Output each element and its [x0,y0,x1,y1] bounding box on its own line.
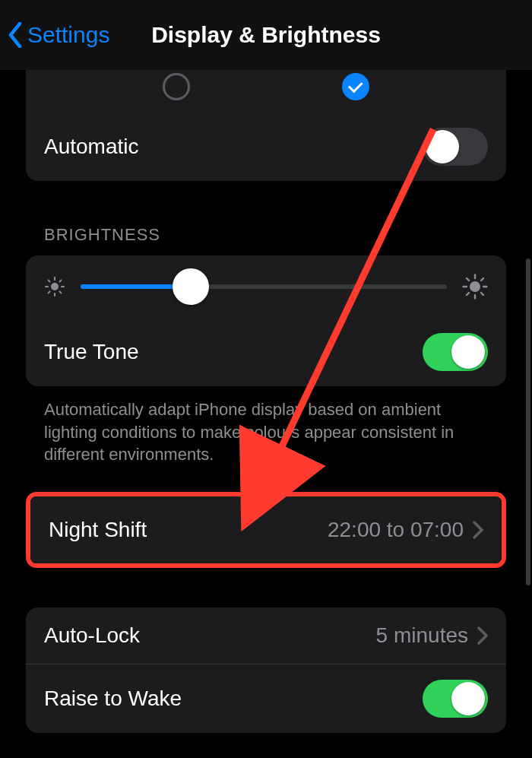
svg-line-6 [59,291,61,293]
svg-point-9 [470,281,480,292]
chevron-right-icon [473,521,483,539]
auto-lock-detail: 5 minutes [376,623,468,648]
brightness-slider[interactable] [81,284,447,289]
navbar: Settings Display & Brightness [0,0,532,70]
svg-line-7 [49,291,50,293]
chevron-right-icon [477,626,488,645]
svg-line-16 [467,293,469,295]
svg-point-0 [51,283,59,290]
svg-line-17 [481,278,483,281]
night-shift-highlight: Night Shift 22:00 to 07:00 [26,492,506,568]
auto-lock-label: Auto-Lock [44,623,140,648]
raise-to-wake-label: Raise to Wake [44,687,182,711]
scrollbar[interactable] [526,258,530,585]
automatic-toggle[interactable] [423,128,488,166]
brightness-thumb[interactable] [173,268,209,305]
brightness-header: BRIGHTNESS [26,181,506,255]
appearance-light-radio[interactable] [163,73,190,100]
page-title: Display & Brightness [151,22,381,48]
lock-group: Auto-Lock 5 minutes Raise to Wake [26,607,506,733]
svg-line-15 [481,293,483,295]
brightness-slider-row [26,255,506,318]
brightness-group: True Tone [26,255,506,386]
svg-line-14 [467,278,469,281]
back-button[interactable]: Settings [8,22,109,48]
night-shift-row[interactable]: Night Shift 22:00 to 07:00 [30,496,502,563]
raise-to-wake-toggle[interactable] [423,680,488,718]
brightness-low-icon [44,276,65,297]
night-shift-detail: 22:00 to 07:00 [328,518,464,542]
brightness-high-icon [462,274,488,300]
chevron-left-icon [8,22,23,48]
back-label: Settings [27,22,109,48]
automatic-label: Automatic [44,135,139,159]
appearance-group: Automatic [26,70,506,181]
svg-line-8 [59,281,61,282]
night-shift-label: Night Shift [49,518,147,542]
auto-lock-row[interactable]: Auto-Lock 5 minutes [26,607,506,664]
true-tone-footer: Automatically adapt iPhone display based… [26,386,506,466]
svg-line-5 [49,281,50,282]
raise-to-wake-row: Raise to Wake [26,664,506,733]
true-tone-label: True Tone [44,340,139,364]
appearance-dark-radio[interactable] [342,73,369,100]
true-tone-toggle[interactable] [423,333,488,371]
